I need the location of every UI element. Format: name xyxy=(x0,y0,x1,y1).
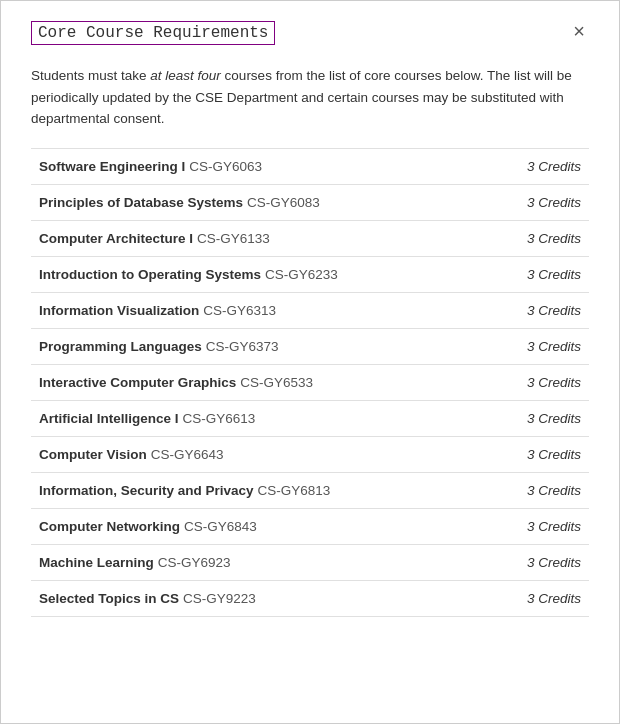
course-name: Selected Topics in CS xyxy=(39,591,179,606)
course-code: CS-GY6843 xyxy=(184,519,257,534)
course-credits: 3 Credits xyxy=(450,256,590,292)
course-code: CS-GY6373 xyxy=(206,339,279,354)
table-row: Information VisualizationCS-GY63133 Cred… xyxy=(31,292,589,328)
core-course-requirements-dialog: Core Course Requirements × Students must… xyxy=(0,0,620,724)
course-name: Computer Architecture I xyxy=(39,231,193,246)
dialog-header: Core Course Requirements × xyxy=(31,21,589,45)
course-credits: 3 Credits xyxy=(450,400,590,436)
table-row: Introduction to Operating SystemsCS-GY62… xyxy=(31,256,589,292)
course-name-cell: Machine LearningCS-GY6923 xyxy=(31,544,450,580)
courses-table: Software Engineering ICS-GY60633 Credits… xyxy=(31,148,589,617)
course-code: CS-GY6083 xyxy=(247,195,320,210)
table-row: Information, Security and PrivacyCS-GY68… xyxy=(31,472,589,508)
course-name-cell: Information, Security and PrivacyCS-GY68… xyxy=(31,472,450,508)
course-credits: 3 Credits xyxy=(450,220,590,256)
course-name-cell: Introduction to Operating SystemsCS-GY62… xyxy=(31,256,450,292)
table-row: Computer VisionCS-GY66433 Credits xyxy=(31,436,589,472)
course-name-cell: Computer Architecture ICS-GY6133 xyxy=(31,220,450,256)
course-credits: 3 Credits xyxy=(450,472,590,508)
course-name: Information Visualization xyxy=(39,303,199,318)
course-code: CS-GY6533 xyxy=(240,375,313,390)
course-credits: 3 Credits xyxy=(450,580,590,616)
course-credits: 3 Credits xyxy=(450,544,590,580)
course-name: Programming Languages xyxy=(39,339,202,354)
course-name: Interactive Computer Graphics xyxy=(39,375,236,390)
course-name: Computer Vision xyxy=(39,447,147,462)
course-name: Software Engineering I xyxy=(39,159,185,174)
table-row: Machine LearningCS-GY69233 Credits xyxy=(31,544,589,580)
course-credits: 3 Credits xyxy=(450,436,590,472)
course-code: CS-GY6063 xyxy=(189,159,262,174)
course-name: Artificial Intelligence I xyxy=(39,411,179,426)
course-name-cell: Information VisualizationCS-GY6313 xyxy=(31,292,450,328)
table-row: Software Engineering ICS-GY60633 Credits xyxy=(31,148,589,184)
table-row: Computer NetworkingCS-GY68433 Credits xyxy=(31,508,589,544)
course-name: Information, Security and Privacy xyxy=(39,483,254,498)
course-name-cell: Principles of Database SystemsCS-GY6083 xyxy=(31,184,450,220)
course-name: Computer Networking xyxy=(39,519,180,534)
course-name: Principles of Database Systems xyxy=(39,195,243,210)
course-code: CS-GY6613 xyxy=(183,411,256,426)
dialog-description: Students must take at least four courses… xyxy=(31,65,589,130)
table-row: Interactive Computer GraphicsCS-GY65333 … xyxy=(31,364,589,400)
course-credits: 3 Credits xyxy=(450,364,590,400)
table-row: Programming LanguagesCS-GY63733 Credits xyxy=(31,328,589,364)
table-row: Principles of Database SystemsCS-GY60833… xyxy=(31,184,589,220)
course-credits: 3 Credits xyxy=(450,148,590,184)
course-code: CS-GY6813 xyxy=(258,483,331,498)
close-button[interactable]: × xyxy=(569,21,589,41)
course-code: CS-GY6313 xyxy=(203,303,276,318)
course-credits: 3 Credits xyxy=(450,508,590,544)
course-name: Machine Learning xyxy=(39,555,154,570)
course-code: CS-GY6643 xyxy=(151,447,224,462)
table-row: Selected Topics in CSCS-GY92233 Credits xyxy=(31,580,589,616)
course-code: CS-GY9223 xyxy=(183,591,256,606)
course-name-cell: Computer VisionCS-GY6643 xyxy=(31,436,450,472)
dialog-title: Core Course Requirements xyxy=(31,21,275,45)
course-code: CS-GY6923 xyxy=(158,555,231,570)
course-name-cell: Selected Topics in CSCS-GY9223 xyxy=(31,580,450,616)
course-name: Introduction to Operating Systems xyxy=(39,267,261,282)
table-row: Artificial Intelligence ICS-GY66133 Cred… xyxy=(31,400,589,436)
course-credits: 3 Credits xyxy=(450,184,590,220)
course-name-cell: Computer NetworkingCS-GY6843 xyxy=(31,508,450,544)
course-credits: 3 Credits xyxy=(450,328,590,364)
course-name-cell: Programming LanguagesCS-GY6373 xyxy=(31,328,450,364)
course-name-cell: Software Engineering ICS-GY6063 xyxy=(31,148,450,184)
table-row: Computer Architecture ICS-GY61333 Credit… xyxy=(31,220,589,256)
course-name-cell: Artificial Intelligence ICS-GY6613 xyxy=(31,400,450,436)
course-code: CS-GY6133 xyxy=(197,231,270,246)
course-credits: 3 Credits xyxy=(450,292,590,328)
course-code: CS-GY6233 xyxy=(265,267,338,282)
course-name-cell: Interactive Computer GraphicsCS-GY6533 xyxy=(31,364,450,400)
